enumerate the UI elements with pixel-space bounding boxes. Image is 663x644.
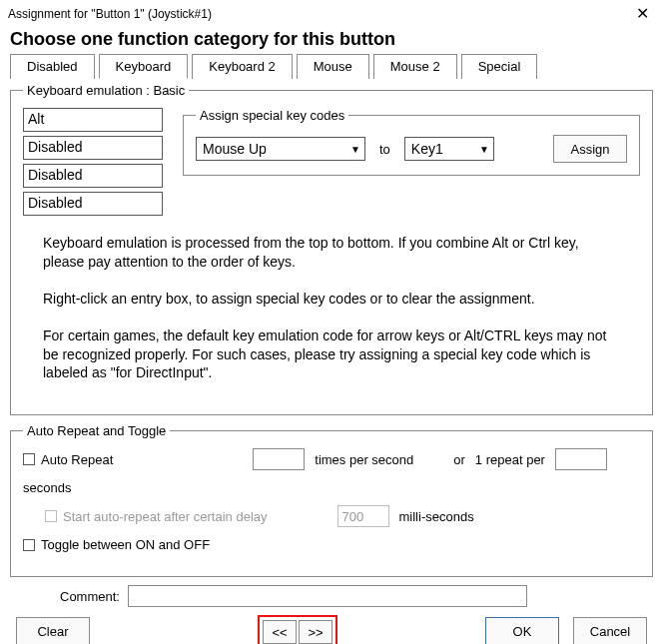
seconds-label: seconds <box>23 480 71 495</box>
key-slot-3[interactable]: Disabled <box>23 164 163 188</box>
key-slot-2[interactable]: Disabled <box>23 136 163 160</box>
note-1: Keyboard emulation is processed from the… <box>43 234 620 272</box>
assign-to-label: to <box>375 142 394 157</box>
assign-source-value: Mouse Up <box>203 141 267 157</box>
clear-button[interactable]: Clear <box>16 617 90 644</box>
or-label: or <box>453 452 465 467</box>
tab-keyboard-2[interactable]: Keyboard 2 <box>192 54 293 79</box>
cancel-button[interactable]: Cancel <box>573 617 647 644</box>
comment-input[interactable] <box>128 585 527 607</box>
assign-button[interactable]: Assign <box>553 135 627 163</box>
key-slot-1[interactable]: Alt <box>23 108 163 132</box>
keyboard-emulation-group: Keyboard emulation : Basic Alt Disabled … <box>10 83 653 415</box>
tabstrip: Disabled Keyboard Keyboard 2 Mouse Mouse… <box>10 54 653 79</box>
chevron-down-icon: ▼ <box>350 144 360 155</box>
chevron-down-icon: ▼ <box>479 144 489 155</box>
times-per-second-input[interactable] <box>253 448 305 470</box>
delay-unit-label: milli-seconds <box>399 509 474 524</box>
key-slot-4[interactable]: Disabled <box>23 192 163 216</box>
delay-input: 700 <box>337 505 389 527</box>
assign-special-group: Assign special key codes Mouse Up ▼ to K… <box>183 108 640 176</box>
assign-source-select[interactable]: Mouse Up ▼ <box>196 137 365 161</box>
tab-disabled[interactable]: Disabled <box>10 54 95 79</box>
notes: Keyboard emulation is processed from the… <box>43 234 620 382</box>
auto-repeat-group: Auto Repeat and Toggle Auto Repeat times… <box>10 423 653 577</box>
keyboard-emulation-legend: Keyboard emulation : Basic <box>23 83 189 98</box>
start-delay-checkbox <box>45 510 57 522</box>
start-delay-label: Start auto-repeat after certain delay <box>63 509 268 524</box>
auto-repeat-checkbox[interactable] <box>23 453 35 465</box>
close-icon[interactable]: ✕ <box>630 4 655 23</box>
tab-mouse[interactable]: Mouse <box>297 54 369 79</box>
note-3: For certain games, the default key emula… <box>43 326 620 383</box>
prev-button[interactable]: << <box>263 620 297 644</box>
nav-buttons-highlight: << >> <box>258 615 337 644</box>
next-button[interactable]: >> <box>299 620 332 644</box>
repeat-per-label: 1 repeat per <box>475 452 545 467</box>
tab-special[interactable]: Special <box>461 54 538 79</box>
auto-repeat-legend: Auto Repeat and Toggle <box>23 423 170 438</box>
tab-keyboard[interactable]: Keyboard <box>99 54 189 79</box>
comment-label: Comment: <box>60 589 120 604</box>
note-2: Right-click an entry box, to assign spec… <box>43 290 620 309</box>
seconds-input[interactable] <box>555 448 607 470</box>
assign-target-value: Key1 <box>411 141 443 157</box>
toggle-checkbox[interactable] <box>23 539 35 551</box>
window-title: Assignment for "Button 1" (Joystick#1) <box>8 7 212 21</box>
tab-mouse-2[interactable]: Mouse 2 <box>373 54 457 79</box>
auto-repeat-label: Auto Repeat <box>41 452 113 467</box>
times-per-second-label: times per second <box>315 452 413 467</box>
assign-special-legend: Assign special key codes <box>196 108 348 123</box>
page-title: Choose one function category for this bu… <box>0 27 663 54</box>
toggle-label: Toggle between ON and OFF <box>41 537 210 552</box>
assign-target-select[interactable]: Key1 ▼ <box>404 137 494 161</box>
ok-button[interactable]: OK <box>485 617 559 644</box>
